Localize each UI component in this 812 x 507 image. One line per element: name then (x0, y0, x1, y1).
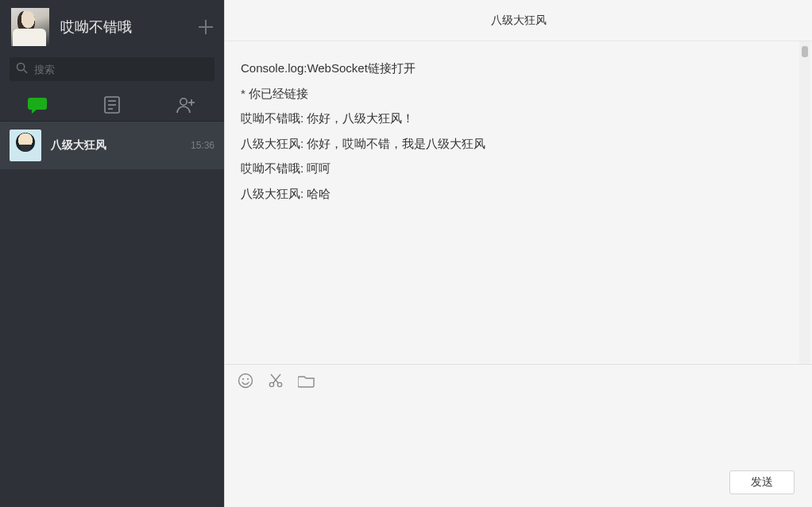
sidebar-tabs (0, 89, 224, 122)
contact-time: 15:36 (191, 140, 215, 151)
svg-line-1 (24, 69, 27, 72)
compose-area: 发送 (225, 364, 812, 507)
chat-list-item[interactable]: 八级大狂风 15:36 (0, 122, 224, 169)
tab-contacts[interactable] (149, 89, 224, 121)
scissors-icon[interactable] (268, 373, 284, 389)
svg-point-0 (17, 63, 24, 70)
tab-files[interactable] (75, 89, 149, 121)
message-line: Console.log:WebSocket链接打开 (241, 56, 796, 81)
chat-header: 八级大狂风 (225, 0, 812, 41)
tab-chats[interactable] (0, 89, 75, 121)
message-line: 八级大狂风: 哈哈 (241, 181, 796, 207)
svg-point-9 (239, 374, 253, 388)
compose-footer: 发送 (225, 462, 812, 507)
send-button[interactable]: 发送 (729, 470, 795, 494)
chat-title: 八级大狂风 (491, 14, 547, 28)
message-line: 八级大狂风: 你好，哎呦不错，我是八级大狂风 (241, 131, 796, 157)
contact-name: 八级大狂风 (51, 138, 191, 153)
profile-row: 哎呦不错哦 (0, 0, 224, 57)
scrollbar-thumb[interactable] (802, 46, 808, 57)
message-line: * 你已经链接 (241, 81, 796, 106)
message-line: 哎呦不错哦: 你好，八级大狂风！ (241, 106, 796, 131)
message-area[interactable]: Console.log:WebSocket链接打开 * 你已经链接 哎呦不错哦:… (225, 41, 812, 364)
message-area-wrap: Console.log:WebSocket链接打开 * 你已经链接 哎呦不错哦:… (225, 41, 812, 364)
svg-point-13 (277, 382, 281, 386)
compose-input[interactable] (225, 392, 812, 462)
search-icon (16, 62, 28, 77)
folder-icon[interactable] (298, 373, 315, 389)
svg-point-11 (247, 378, 249, 380)
plus-icon[interactable] (199, 20, 213, 34)
compose-toolbar (225, 365, 812, 392)
chat-panel: 八级大狂风 Console.log:WebSocket链接打开 * 你已经链接 … (224, 0, 812, 507)
emoji-icon[interactable] (238, 373, 253, 389)
scrollbar[interactable] (799, 41, 810, 364)
svg-point-10 (242, 378, 244, 380)
search-input[interactable] (34, 64, 208, 75)
svg-point-6 (180, 99, 187, 105)
search-box[interactable] (10, 57, 215, 81)
chat-list: 八级大狂风 15:36 (0, 122, 224, 507)
search-wrap (0, 57, 224, 81)
my-name: 哎呦不错哦 (60, 17, 199, 37)
message-line: 哎呦不错哦: 呵呵 (241, 156, 796, 181)
svg-point-12 (269, 382, 273, 386)
sidebar: 哎呦不错哦 八级大狂风 15:36 (0, 0, 224, 507)
my-avatar[interactable] (11, 8, 49, 46)
contact-avatar (10, 130, 41, 161)
